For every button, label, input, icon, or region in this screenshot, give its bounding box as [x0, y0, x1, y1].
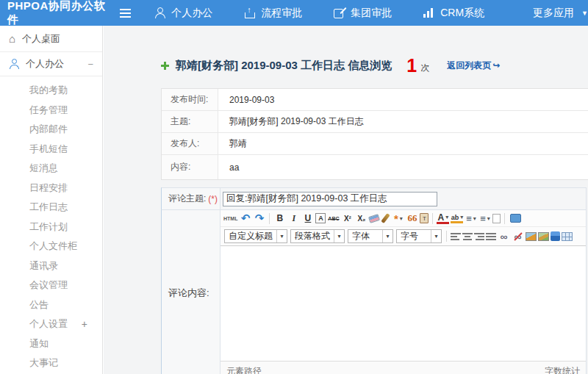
- new-page-icon[interactable]: [492, 214, 501, 223]
- dropdown-value: 自定义标题: [225, 230, 276, 242]
- sidebar-menu: 我的考勤 任务管理 内部邮件 手机短信 短消息: [0, 76, 102, 373]
- redo-icon[interactable]: ↷: [253, 212, 265, 225]
- image-gallery-icon[interactable]: [538, 232, 549, 241]
- sidebar-item-task-management[interactable]: 任务管理: [0, 101, 102, 121]
- nav-icon: [244, 7, 255, 18]
- sidebar-item-my-attendance[interactable]: 我的考勤: [0, 81, 102, 101]
- sidebar-item-schedule[interactable]: 日程安排: [0, 179, 102, 198]
- dropdown-value: 字体: [348, 230, 382, 242]
- sidebar-item-short-message[interactable]: 短消息: [0, 159, 102, 179]
- paragraph-format-select[interactable]: 段落格式: [290, 229, 345, 243]
- bold-icon[interactable]: B: [273, 212, 286, 225]
- return-arrow-icon: ↪: [492, 60, 500, 71]
- sidebar-item-meeting-management[interactable]: 会议管理: [0, 276, 102, 295]
- sidebar-desktop-label: 个人桌面: [22, 32, 93, 46]
- editor-footer: 元素路径 字数统计: [220, 361, 586, 374]
- underline-icon[interactable]: U: [301, 212, 314, 225]
- element-path-label: 元素路径: [226, 365, 262, 374]
- back-link-label: 返回列表页: [447, 60, 491, 72]
- info-row-value: 郭靖: [218, 133, 588, 154]
- comment-subject-row: 评论主题: (*): [161, 187, 587, 210]
- align-center-icon[interactable]: [462, 232, 473, 241]
- highlight-color-icon[interactable]: ab: [451, 213, 463, 223]
- topbar: PHPOA协同办公软件 个人办公 流程审批 集团审批: [0, 0, 588, 26]
- dropdown-caret-icon[interactable]: [334, 230, 344, 242]
- sidebar-item-mobile-sms[interactable]: 手机短信: [0, 140, 102, 159]
- sidebar-item-label: 公告: [29, 298, 49, 312]
- insert-image-icon[interactable]: [526, 232, 537, 241]
- sidebar-item-work-plan[interactable]: 工作计划: [0, 217, 102, 237]
- justify-icon[interactable]: [486, 232, 496, 241]
- info-row-value: 2019-09-03: [218, 89, 588, 110]
- dropdown-caret-icon[interactable]: [431, 230, 441, 242]
- page-title: 郭靖[财务部] 2019-09-03 工作日志 信息浏览: [176, 59, 392, 73]
- ordered-list-icon[interactable]: ≡: [465, 212, 477, 225]
- word-count-label: 字数统计: [545, 365, 580, 374]
- unlink-icon[interactable]: ∞: [512, 230, 524, 243]
- info-row-label: 发布时间:: [162, 89, 218, 110]
- remove-format-eraser-icon[interactable]: [368, 214, 380, 223]
- nav-icon: [334, 7, 345, 18]
- nav-label: 集团审批: [351, 7, 392, 20]
- nav-item-process-approval[interactable]: 流程审批: [244, 7, 309, 20]
- paste-icon[interactable]: T: [420, 213, 429, 223]
- nav-item-personal-office[interactable]: 个人办公: [154, 7, 220, 20]
- unordered-list-icon[interactable]: ≡: [478, 212, 491, 225]
- align-left-icon[interactable]: [451, 232, 461, 241]
- sidebar-item-label: 通讯录: [29, 259, 58, 273]
- sidebar-item-label: 会议管理: [29, 278, 68, 292]
- sidebar-item-label: 我的考勤: [29, 84, 68, 97]
- nav-item-group-approval[interactable]: 集团审批: [334, 7, 399, 20]
- fullscreen-icon[interactable]: [510, 214, 521, 223]
- comment-subject-label-cell: 评论主题: (*): [162, 188, 220, 209]
- sidebar-item-file-cabinet[interactable]: 个人文件柜: [0, 237, 102, 256]
- info-row-publisher: 发布人: 郭靖: [162, 133, 588, 155]
- sidebar-section-personal-office[interactable]: 个人办公 −: [0, 52, 102, 76]
- font-color-icon[interactable]: A: [437, 213, 449, 224]
- nav-item-crm-system[interactable]: CRM系统: [423, 7, 492, 20]
- insert-table-icon[interactable]: [562, 232, 573, 241]
- collapse-icon[interactable]: −: [87, 59, 93, 70]
- html-source-button[interactable]: HTML: [223, 212, 237, 225]
- insert-media-icon[interactable]: [551, 231, 560, 241]
- quick-format-wand-icon[interactable]: *: [392, 212, 404, 225]
- nav-item-more-apps[interactable]: 更多应用 ▼: [516, 7, 588, 20]
- menu-icon[interactable]: [120, 9, 131, 18]
- dropdown-caret-icon[interactable]: [382, 230, 392, 242]
- sidebar-item-notification[interactable]: 通知: [0, 334, 102, 354]
- sidebar-item-internal-mail[interactable]: 内部邮件: [0, 120, 102, 140]
- italic-icon[interactable]: I: [287, 212, 300, 225]
- sidebar-item-personal-settings[interactable]: 个人设置 +: [0, 314, 102, 334]
- info-row-label: 内容:: [162, 155, 218, 179]
- comment-subject-input[interactable]: [223, 192, 437, 206]
- format-painter-brush-icon[interactable]: [381, 213, 391, 223]
- sidebar-item-label: 短消息: [29, 162, 58, 175]
- app-logo: PHPOA协同办公软件: [0, 0, 114, 27]
- back-to-list-link[interactable]: 返回列表页 ↪: [447, 60, 500, 72]
- strikethrough-icon[interactable]: ABC: [327, 212, 340, 225]
- nav-icon: [516, 7, 527, 18]
- editor-dropdowns: 自定义标题 段落格式 字体: [223, 229, 443, 243]
- info-row-subject: 主题: 郭靖[财务部] 2019-09-03 工作日志: [162, 111, 588, 133]
- undo-icon[interactable]: ↶: [239, 212, 251, 225]
- font-size-select[interactable]: 字号: [396, 229, 442, 243]
- info-table: 发布时间: 2019-09-03 主题: 郭靖[财务部] 2019-09-03 …: [161, 88, 588, 180]
- sidebar-item-memorabilia[interactable]: 大事记: [0, 353, 102, 373]
- font-family-select[interactable]: 字体: [348, 229, 393, 243]
- subscript-icon[interactable]: X₂: [355, 212, 368, 225]
- sidebar: ⌂ 个人桌面 个人办公 − 我的考勤 任务管理 内部邮件 手机短信: [0, 26, 103, 374]
- font-box-icon[interactable]: A: [315, 213, 326, 223]
- sidebar-item-personal-desktop[interactable]: ⌂ 个人桌面: [0, 26, 102, 52]
- superscript-icon[interactable]: X²: [341, 212, 354, 225]
- editor-content-area[interactable]: [220, 246, 586, 361]
- sidebar-item-announcement[interactable]: 公告: [0, 295, 102, 315]
- dropdown-value: 段落格式: [291, 230, 334, 242]
- sidebar-item-work-log[interactable]: 工作日志: [0, 198, 102, 217]
- dropdown-caret-icon[interactable]: [276, 230, 287, 242]
- blockquote-icon[interactable]: 66: [406, 212, 418, 225]
- link-icon[interactable]: ∞: [498, 230, 510, 243]
- editor-toolbar-row1: HTML↶↷BIUAABCX²X₂*66TAab≡≡: [220, 210, 586, 227]
- sidebar-item-contacts[interactable]: 通讯录: [0, 256, 102, 276]
- align-right-icon[interactable]: [474, 232, 484, 241]
- heading-style-select[interactable]: 自定义标题: [224, 229, 287, 243]
